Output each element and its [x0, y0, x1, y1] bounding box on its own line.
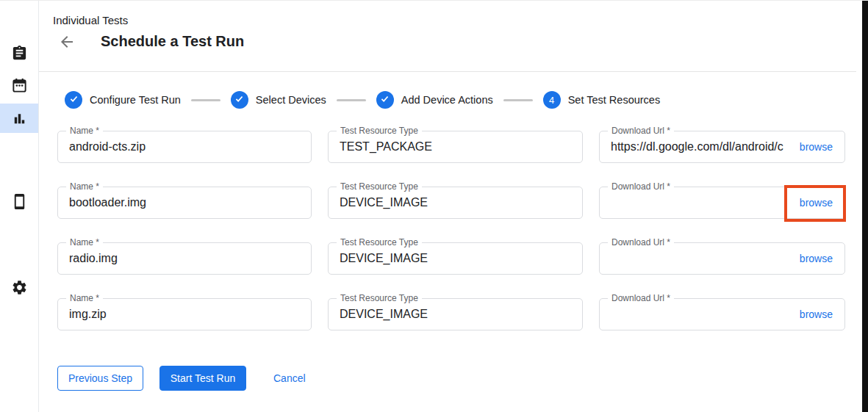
resource-type-field[interactable]: Test Resource Type DEVICE_IMAGE	[328, 298, 583, 330]
back-button[interactable]	[57, 33, 77, 52]
download-url-field[interactable]: Download Url * https://dl.google.com/dl/…	[599, 131, 845, 163]
cancel-button[interactable]: Cancel	[273, 366, 306, 391]
sidebar-item-test-runs[interactable]	[0, 104, 38, 133]
check-icon	[234, 94, 244, 106]
resource-type-label: Test Resource Type	[337, 126, 422, 137]
download-url-label: Download Url *	[608, 126, 674, 137]
resource-type-value[interactable]: DEVICE_IMAGE	[329, 308, 582, 321]
step-add-device-actions[interactable]: Add Device Actions	[376, 91, 493, 109]
stepper: Configure Test Run Select Devices Add De…	[65, 91, 660, 109]
smartphone-icon	[11, 193, 28, 210]
step-1-label: Configure Test Run	[90, 94, 181, 106]
step-configure-test-run[interactable]: Configure Test Run	[65, 91, 181, 109]
name-input[interactable]: img.zip	[58, 308, 311, 321]
name-field-label: Name *	[66, 181, 103, 192]
name-field[interactable]: Name * radio.img	[57, 242, 312, 275]
resource-type-value[interactable]: TEST_PACKAGE	[329, 140, 582, 153]
step-2-label: Select Devices	[256, 94, 326, 106]
window-right-edge	[862, 1, 868, 412]
download-url-field[interactable]: Download Url * browse	[599, 242, 845, 275]
resource-type-value[interactable]: DEVICE_IMAGE	[329, 252, 582, 265]
step-3-circle	[376, 91, 394, 109]
bar-chart-icon	[11, 110, 28, 127]
download-url-label: Download Url *	[608, 293, 674, 304]
resource-type-value[interactable]: DEVICE_IMAGE	[329, 196, 582, 209]
action-bar: Previous Step Start Test Run Cancel	[57, 366, 306, 391]
sidebar-item-tests[interactable]	[0, 38, 38, 68]
clipboard-icon	[11, 45, 28, 62]
resource-type-label: Test Resource Type	[337, 293, 422, 304]
step-select-devices[interactable]: Select Devices	[231, 91, 326, 109]
name-field-label: Name *	[66, 126, 103, 137]
browse-link[interactable]: browse	[794, 137, 844, 157]
name-field[interactable]: Name * android-cts.zip	[57, 131, 312, 163]
browse-link[interactable]: browse	[794, 304, 844, 325]
arrow-back-icon	[58, 42, 76, 53]
name-field[interactable]: Name * img.zip	[57, 298, 312, 330]
name-input[interactable]: radio.img	[58, 252, 311, 265]
main-content: Individual Tests Schedule a Test Run Con…	[39, 1, 862, 412]
step-4-label: Set Test Resources	[568, 94, 660, 106]
download-url-field[interactable]: Download Url * browse	[599, 298, 845, 330]
check-icon	[69, 94, 79, 106]
calendar-icon	[11, 77, 28, 94]
resource-type-field[interactable]: Test Resource Type TEST_PACKAGE	[328, 131, 583, 163]
browse-link[interactable]: browse	[794, 248, 844, 269]
check-icon	[380, 94, 390, 106]
sidebar-item-settings[interactable]	[0, 272, 38, 302]
download-url-input[interactable]: https://dl.google.com/dl/android/c	[600, 140, 794, 153]
resource-type-field[interactable]: Test Resource Type DEVICE_IMAGE	[328, 187, 583, 219]
resource-type-label: Test Resource Type	[337, 181, 422, 192]
step-2-circle	[231, 91, 248, 109]
test-resources-form: Name * android-cts.zip Test Resource Typ…	[57, 131, 845, 330]
sidebar	[0, 1, 39, 412]
name-field-label: Name *	[66, 293, 103, 304]
name-input[interactable]: android-cts.zip	[58, 140, 311, 153]
header-divider	[39, 71, 856, 72]
download-url-label: Download Url *	[608, 181, 674, 192]
previous-step-button[interactable]: Previous Step	[57, 366, 143, 391]
name-field[interactable]: Name * bootloader.img	[57, 187, 312, 219]
page-title: Schedule a Test Run	[101, 33, 244, 50]
download-url-field[interactable]: Download Url * browse	[599, 187, 845, 219]
breadcrumb: Individual Tests	[53, 14, 128, 26]
step-1-circle	[65, 91, 82, 109]
browse-link[interactable]: browse	[794, 192, 844, 213]
stepper-connector	[503, 99, 533, 101]
resource-type-field[interactable]: Test Resource Type DEVICE_IMAGE	[328, 242, 583, 275]
stepper-connector	[191, 99, 220, 101]
download-url-label: Download Url *	[608, 237, 674, 248]
step-4-circle: 4	[543, 91, 561, 109]
gear-icon	[11, 279, 28, 296]
sidebar-item-test-plans[interactable]	[0, 71, 38, 100]
resource-type-label: Test Resource Type	[337, 237, 422, 248]
name-input[interactable]: bootloader.img	[58, 196, 311, 209]
start-test-run-button[interactable]: Start Test Run	[159, 366, 246, 391]
step-3-label: Add Device Actions	[401, 94, 493, 106]
stepper-connector	[337, 99, 366, 101]
step-set-test-resources[interactable]: 4 Set Test Resources	[543, 91, 660, 109]
sidebar-item-devices[interactable]	[0, 187, 38, 216]
name-field-label: Name *	[66, 237, 103, 248]
